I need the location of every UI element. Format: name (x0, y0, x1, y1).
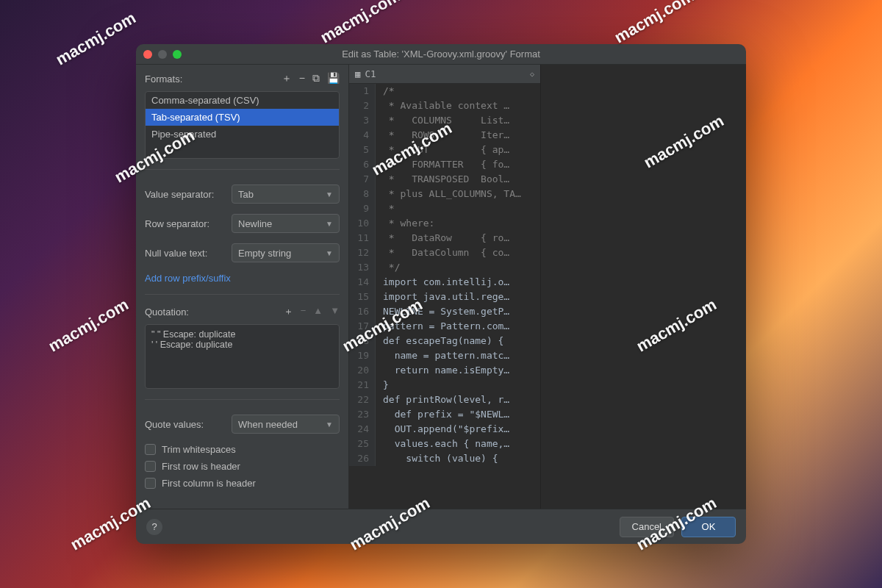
row-separator-value: Newline (238, 218, 272, 229)
code-line[interactable]: 12 * DataColumn { co… (349, 245, 540, 260)
format-item-pipe[interactable]: Pipe-separated (146, 126, 339, 143)
checkbox-icon (145, 444, 156, 455)
code-line[interactable]: 8 * plus ALL_COLUMNS, TA… (349, 187, 540, 201)
code-line[interactable]: 1/* (349, 84, 540, 98)
value-separator-select[interactable]: Tab ▼ (232, 184, 340, 204)
code-line[interactable]: 2 * Available context … (349, 98, 540, 113)
code-line[interactable]: 26 switch (value) { (349, 451, 540, 466)
quote-values-row: Quote values: When needed ▼ (145, 415, 340, 434)
quote-values-select[interactable]: When needed ▼ (232, 415, 340, 434)
quotation-item[interactable]: ' ' Escape: duplicate (151, 340, 333, 350)
code-line[interactable]: 23 def prefix = "$NEWL… (349, 407, 540, 422)
minimize-icon (158, 50, 167, 59)
move-down-icon: ▼ (330, 305, 340, 318)
titlebar: Edit as Table: 'XML-Groovy.xml.groovy' F… (136, 44, 746, 65)
separator (145, 399, 340, 400)
dialog-window: Edit as Table: 'XML-Groovy.xml.groovy' F… (136, 44, 746, 544)
left-panel: Formats: ＋ − ⧉ 💾 Comma-separated (CSV) T… (136, 65, 349, 509)
chevron-down-icon: ▼ (326, 190, 333, 198)
first-col-header-check[interactable]: First column is header (145, 478, 340, 489)
ok-button[interactable]: OK (681, 517, 736, 537)
code-line[interactable]: 5 * OUT { ap… (349, 143, 540, 157)
code-line[interactable]: 3 * COLUMNS List… (349, 113, 540, 128)
add-icon[interactable]: ＋ (282, 72, 292, 85)
sort-icon[interactable]: ◇ (530, 70, 534, 78)
code-editor[interactable]: ▦ C1 ◇ 1/*2 * Available context …3 * COL… (349, 65, 540, 509)
chevron-down-icon: ▼ (326, 420, 333, 429)
null-text-select[interactable]: Empty string ▼ (232, 243, 340, 262)
row-separator-select[interactable]: Newline ▼ (232, 214, 340, 233)
chevron-down-icon: ▼ (326, 220, 333, 228)
format-item-csv[interactable]: Comma-separated (CSV) (146, 92, 339, 109)
traffic-lights (143, 50, 182, 59)
value-separator-label: Value separator: (145, 189, 226, 200)
format-item-tsv[interactable]: Tab-separated (TSV) (146, 109, 339, 126)
value-separator-row: Value separator: Tab ▼ (145, 184, 340, 204)
first-row-header-check[interactable]: First row is header (145, 461, 340, 472)
code-line[interactable]: 10 * where: (349, 216, 540, 231)
separator (145, 169, 340, 170)
trim-whitespace-check[interactable]: Trim whitespaces (145, 444, 340, 455)
null-text-label: Null value text: (145, 248, 226, 259)
row-separator-label: Row separator: (145, 218, 226, 229)
code-line[interactable]: 7 * TRANSPOSED Bool… (349, 172, 540, 187)
check-label: Trim whitespaces (162, 444, 236, 455)
formats-toolbar: ＋ − ⧉ 💾 (282, 72, 340, 85)
quotation-label: Quotation: (145, 306, 189, 318)
check-label: First row is header (162, 461, 240, 472)
separator (145, 294, 340, 295)
code-line[interactable]: 19 name = pattern.matc… (349, 348, 540, 363)
copy-icon[interactable]: ⧉ (312, 72, 320, 85)
code-line[interactable]: 9 * (349, 201, 540, 216)
code-line[interactable]: 4 * ROWS Iter… (349, 128, 540, 143)
table-icon: ▦ (355, 68, 361, 79)
checkbox-icon (145, 461, 156, 472)
window-title: Edit as Table: 'XML-Groovy.xml.groovy' F… (182, 49, 700, 60)
help-button[interactable]: ? (146, 519, 162, 535)
right-panel: ▦ C1 ◇ 1/*2 * Available context …3 * COL… (349, 65, 746, 509)
code-line[interactable]: 20 return name.isEmpty… (349, 363, 540, 378)
formats-list[interactable]: Comma-separated (CSV) Tab-separated (TSV… (145, 91, 340, 159)
code-line[interactable]: 17pattern = Pattern.com… (349, 319, 540, 334)
watermark-text: macmj.com (612, 0, 698, 48)
code-line[interactable]: 15import java.util.rege… (349, 290, 540, 304)
code-line[interactable]: 13 */ (349, 260, 540, 275)
code-line[interactable]: 14import com.intellij.o… (349, 275, 540, 290)
chevron-down-icon: ▼ (326, 249, 333, 257)
quotation-item[interactable]: " " Escape: duplicate (151, 329, 333, 340)
quote-values-label: Quote values: (145, 419, 226, 430)
dialog-footer: ? Cancel OK (136, 509, 746, 544)
checkbox-icon (145, 478, 156, 489)
code-line[interactable]: 21} (349, 378, 540, 392)
column-name: C1 (365, 68, 376, 79)
quotation-list[interactable]: " " Escape: duplicate ' ' Escape: duplic… (145, 324, 340, 389)
remove-icon[interactable]: − (299, 72, 305, 85)
add-icon[interactable]: ＋ (284, 305, 293, 318)
code-line[interactable]: 24 OUT.append("$prefix… (349, 422, 540, 437)
value-separator-value: Tab (238, 189, 254, 200)
add-prefix-link[interactable]: Add row prefix/suffix (145, 273, 340, 284)
cancel-button[interactable]: Cancel (620, 517, 674, 537)
watermark-text: macmj.com (318, 0, 404, 48)
remove-icon: − (301, 305, 306, 318)
code-line[interactable]: 25 values.each { name,… (349, 437, 540, 451)
code-body[interactable]: 1/*2 * Available context …3 * COLUMNS Li… (349, 84, 540, 509)
null-text-value: Empty string (238, 248, 291, 259)
formats-header: Formats: ＋ − ⧉ 💾 (145, 72, 340, 85)
row-separator-row: Row separator: Newline ▼ (145, 214, 340, 233)
close-icon[interactable] (143, 50, 152, 59)
code-column-header[interactable]: ▦ C1 ◇ (349, 65, 540, 84)
code-line[interactable]: 16NEWLINE = System.getP… (349, 304, 540, 319)
code-line[interactable]: 6 * FORMATTER { fo… (349, 157, 540, 172)
move-up-icon: ▲ (313, 305, 323, 318)
zoom-icon[interactable] (173, 50, 182, 59)
code-line[interactable]: 18def escapeTag(name) { (349, 334, 540, 348)
code-line[interactable]: 22def printRow(level, r… (349, 392, 540, 407)
preview-pane (540, 65, 746, 509)
code-line[interactable]: 11 * DataRow { ro… (349, 231, 540, 245)
quotation-header: Quotation: ＋ − ▲ ▼ (145, 305, 340, 318)
dialog-content: Formats: ＋ − ⧉ 💾 Comma-separated (CSV) T… (136, 65, 746, 509)
save-icon: 💾 (327, 72, 340, 85)
options-checks: Trim whitespaces First row is header Fir… (145, 444, 340, 489)
quote-values-value: When needed (238, 419, 298, 430)
